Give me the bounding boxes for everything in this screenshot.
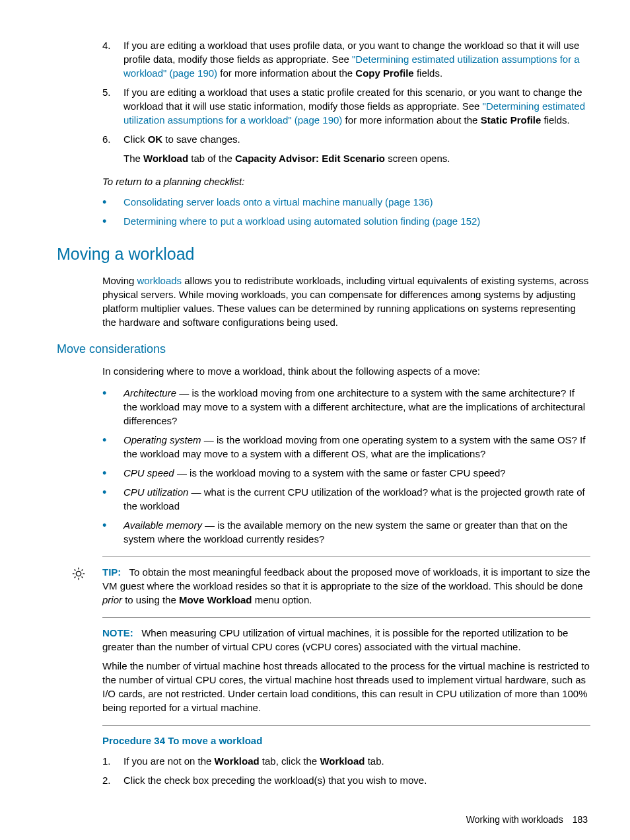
text: — what is the current CPU utilization of… bbox=[123, 486, 585, 512]
bullet-icon: • bbox=[102, 386, 123, 428]
link-determining-where[interactable]: Determining where to put a workload usin… bbox=[123, 215, 480, 227]
considerations-intro: In considering where to move a workload,… bbox=[102, 364, 590, 378]
bold-static-profile: Static Profile bbox=[481, 114, 542, 126]
divider bbox=[102, 617, 590, 618]
text: To obtain the most meaningful feedback a… bbox=[102, 566, 590, 592]
text: Click the check box preceding the worklo… bbox=[123, 773, 590, 787]
list-number: 6. bbox=[102, 132, 123, 165]
svg-point-0 bbox=[76, 572, 81, 576]
bullet-architecture: • Architecture — is the workload moving … bbox=[102, 386, 590, 428]
heading-moving-workload: Moving a workload bbox=[57, 243, 590, 266]
divider bbox=[102, 725, 590, 726]
text: menu option. bbox=[252, 594, 312, 605]
text: While the number of virtual machine host… bbox=[102, 659, 590, 714]
list-item-5: 5. If you are editing a workload that us… bbox=[102, 85, 590, 127]
return-checklist-text: To return to a planning checklist: bbox=[102, 174, 590, 188]
bullet-item: • Consolidating server loads onto a virt… bbox=[102, 195, 590, 209]
svg-line-5 bbox=[75, 570, 76, 571]
bold-workload: Workload bbox=[320, 755, 365, 767]
bullet-icon: • bbox=[102, 485, 123, 513]
bold-capacity-advisor: Capacity Advisor: Edit Scenario bbox=[235, 153, 385, 164]
bullet-cpu-speed: • CPU speed — is the workload moving to … bbox=[102, 466, 590, 480]
list-content: If you are editing a workload that uses … bbox=[123, 38, 590, 80]
divider bbox=[102, 556, 590, 557]
bullet-icon: • bbox=[102, 195, 123, 209]
italic-prior: prior bbox=[102, 594, 122, 605]
text: fields. bbox=[414, 67, 442, 79]
bullet-icon: • bbox=[102, 214, 123, 228]
list-number: 4. bbox=[102, 38, 123, 80]
list-number: 5. bbox=[102, 85, 123, 127]
list-content: If you are editing a workload that uses … bbox=[123, 85, 590, 127]
list-item-4: 4. If you are editing a workload that us… bbox=[102, 38, 590, 80]
text: Moving bbox=[102, 275, 137, 286]
page-number: 183 bbox=[573, 814, 588, 825]
list-content: Click OK to save changes. The Workload t… bbox=[123, 132, 590, 165]
text: — is the workload moving to a system wit… bbox=[174, 467, 506, 478]
text: tab, click the bbox=[260, 755, 320, 767]
note-label: NOTE: bbox=[102, 627, 133, 638]
text: Click bbox=[123, 134, 148, 145]
bullet-icon: • bbox=[102, 518, 123, 546]
text: tab of the bbox=[188, 153, 235, 164]
label: CPU speed bbox=[123, 467, 174, 478]
bold-workload: Workload bbox=[143, 153, 188, 164]
text: screen opens. bbox=[385, 153, 450, 164]
bullet-os: • Operating system — is the workload mov… bbox=[102, 433, 590, 461]
link-workloads[interactable]: workloads bbox=[137, 275, 182, 286]
text: — is the workload moving from one archit… bbox=[123, 387, 585, 426]
label: Architecture bbox=[123, 387, 176, 399]
text: When measuring CPU utilization of virtua… bbox=[102, 627, 568, 652]
text: fields. bbox=[541, 114, 569, 126]
note-block: NOTE: When measuring CPU utilization of … bbox=[102, 626, 590, 714]
bullet-icon: • bbox=[102, 466, 123, 480]
bold-move-workload: Move Workload bbox=[179, 594, 252, 605]
footer-text: Working with workloads bbox=[466, 814, 563, 825]
text: If you are not on the bbox=[123, 755, 215, 767]
heading-move-considerations: Move considerations bbox=[57, 341, 590, 358]
svg-line-8 bbox=[82, 570, 83, 571]
bullet-item: • Determining where to put a workload us… bbox=[102, 214, 590, 228]
label: CPU utilization bbox=[123, 486, 188, 498]
tip-block: TIP: To obtain the most meaningful feedb… bbox=[71, 565, 590, 607]
text: for more information about the bbox=[342, 114, 480, 126]
svg-line-7 bbox=[75, 577, 76, 578]
list-item-6: 6. Click OK to save changes. The Workloa… bbox=[102, 132, 590, 165]
list-number: 2. bbox=[102, 773, 123, 787]
page-footer: Working with workloads183 bbox=[40, 814, 590, 827]
bold-workload: Workload bbox=[215, 755, 260, 767]
bullet-memory: • Available memory — is the available me… bbox=[102, 518, 590, 546]
bullet-icon: • bbox=[102, 433, 123, 461]
bold-copy-profile: Copy Profile bbox=[355, 67, 413, 79]
label: Available memory bbox=[123, 519, 202, 531]
text: The bbox=[123, 153, 143, 164]
svg-line-6 bbox=[82, 577, 83, 578]
moving-paragraph: Moving workloads allows you to redistrib… bbox=[102, 274, 590, 329]
text: to save changes. bbox=[162, 134, 240, 145]
bullet-cpu-util: • CPU utilization — what is the current … bbox=[102, 485, 590, 513]
proc-step-1: 1. If you are not on the Workload tab, c… bbox=[102, 754, 590, 768]
text: tab. bbox=[365, 755, 384, 767]
text: for more information about the bbox=[217, 67, 355, 79]
procedure-title: Procedure 34 To move a workload bbox=[102, 734, 590, 747]
text: to using the bbox=[122, 594, 179, 605]
bold-ok: OK bbox=[148, 134, 163, 145]
list-number: 1. bbox=[102, 754, 123, 768]
proc-step-2: 2. Click the check box preceding the wor… bbox=[102, 773, 590, 787]
label: Operating system bbox=[123, 434, 201, 445]
link-consolidating[interactable]: Consolidating server loads onto a virtua… bbox=[123, 196, 433, 208]
tip-label: TIP: bbox=[102, 566, 121, 578]
tip-icon bbox=[71, 565, 102, 607]
